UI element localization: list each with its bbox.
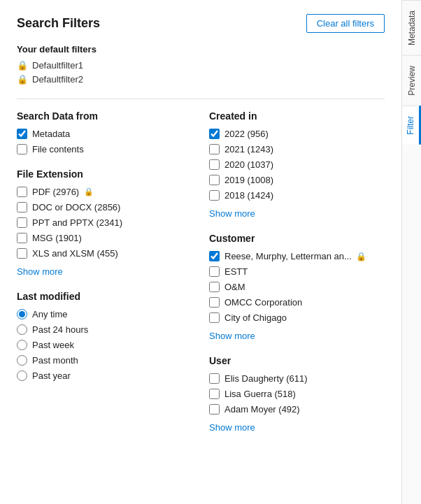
month-radio[interactable] xyxy=(17,355,27,366)
file-extension-section: File Extension PDF (2976) 🔒 DOC or DOCX … xyxy=(17,168,192,277)
omcc-checkbox[interactable] xyxy=(209,297,220,308)
elis-checkbox[interactable] xyxy=(209,373,220,384)
user-adam[interactable]: Adam Moyer (492) xyxy=(209,404,385,415)
created-2021[interactable]: 2021 (1243) xyxy=(209,144,385,154)
week-label: Past week xyxy=(32,340,74,350)
city-label: City of Chigago xyxy=(224,312,287,323)
filters-two-col: Search Data from Metadata File contents … xyxy=(17,110,385,447)
search-data-metadata[interactable]: Metadata xyxy=(17,129,192,139)
lisa-checkbox[interactable] xyxy=(209,389,220,399)
default-filter-name: Defaultfilter1 xyxy=(32,60,83,71)
file-extension-show-more[interactable]: Show more xyxy=(17,266,63,277)
created-in-show-more[interactable]: Show more xyxy=(209,208,255,219)
left-column: Search Data from Metadata File contents … xyxy=(17,110,201,447)
default-filters-label: Your default filters xyxy=(17,44,385,55)
doc-checkbox[interactable] xyxy=(17,202,27,213)
default-filter-item: 🔒 Defaultfilter1 xyxy=(17,60,385,71)
search-filters-header: Search Filters Clear all filters xyxy=(17,14,385,33)
user-title: User xyxy=(209,355,385,366)
adam-label: Adam Moyer (492) xyxy=(224,404,300,415)
customer-section: Customer Reese, Murphy, Letterman an... … xyxy=(209,233,385,341)
metadata-checkbox[interactable] xyxy=(17,129,27,139)
user-lisa[interactable]: Lisa Guerra (518) xyxy=(209,389,385,399)
metadata-label: Metadata xyxy=(32,129,70,139)
user-show-more[interactable]: Show more xyxy=(209,422,255,433)
section-divider xyxy=(17,99,385,99)
customer-show-more[interactable]: Show more xyxy=(209,331,255,341)
default-filter-item: 🔒 Defaultfilter2 xyxy=(17,74,385,85)
last-modified-year[interactable]: Past year xyxy=(17,370,192,381)
filter-tab-label: Filter xyxy=(406,116,415,135)
last-modified-24h[interactable]: Past 24 hours xyxy=(17,324,192,335)
created-in-section: Created in 2022 (956) 2021 (1243) 2020 (… xyxy=(209,110,385,219)
default-filter-name: Defaultfilter2 xyxy=(32,74,83,85)
user-elis[interactable]: Elis Daugherty (611) xyxy=(209,373,385,384)
pdf-checkbox[interactable] xyxy=(17,187,27,197)
metadata-tab-label: Metadata xyxy=(407,10,417,45)
file-ext-ppt[interactable]: PPT and PPTX (2341) xyxy=(17,217,192,228)
file-ext-doc[interactable]: DOC or DOCX (2856) xyxy=(17,202,192,213)
week-radio[interactable] xyxy=(17,340,27,350)
tab-filter[interactable]: Filter xyxy=(402,106,421,145)
customer-city[interactable]: City of Chigago xyxy=(209,312,385,323)
page-title: Search Filters xyxy=(17,16,100,31)
customer-omcc[interactable]: OMCC Corporation xyxy=(209,297,385,308)
month-label: Past month xyxy=(32,355,78,366)
ppt-checkbox[interactable] xyxy=(17,217,27,228)
customer-reese-row: Reese, Murphy, Letterman an... 🔒 xyxy=(224,251,366,261)
customer-om[interactable]: O&M xyxy=(209,282,385,292)
last-modified-month[interactable]: Past month xyxy=(17,355,192,366)
created-2022[interactable]: 2022 (956) xyxy=(209,129,385,139)
last-modified-anytime[interactable]: Any time xyxy=(17,309,192,319)
24h-label: Past 24 hours xyxy=(32,324,88,335)
om-checkbox[interactable] xyxy=(209,282,220,292)
lock-icon: 🔒 xyxy=(17,74,28,85)
elis-label: Elis Daugherty (611) xyxy=(224,373,308,384)
file-contents-checkbox[interactable] xyxy=(17,144,27,154)
2021-checkbox[interactable] xyxy=(209,144,220,154)
xls-checkbox[interactable] xyxy=(17,248,27,259)
file-extension-title: File Extension xyxy=(17,168,192,180)
xls-label: XLS and XLSM (455) xyxy=(32,248,118,259)
last-modified-week[interactable]: Past week xyxy=(17,340,192,350)
omcc-label: OMCC Corporation xyxy=(224,297,302,308)
created-in-title: Created in xyxy=(209,110,385,122)
2020-checkbox[interactable] xyxy=(209,159,220,170)
search-data-file-contents[interactable]: File contents xyxy=(17,144,192,154)
doc-label: DOC or DOCX (2856) xyxy=(32,202,120,213)
tab-preview[interactable]: Preview xyxy=(402,55,421,106)
estt-checkbox[interactable] xyxy=(209,266,220,277)
year-radio[interactable] xyxy=(17,370,27,381)
adam-checkbox[interactable] xyxy=(209,404,220,415)
file-ext-msg[interactable]: MSG (1901) xyxy=(17,233,192,243)
search-data-section: Search Data from Metadata File contents xyxy=(17,110,192,154)
pdf-label: PDF (2976) xyxy=(32,187,79,197)
city-checkbox[interactable] xyxy=(209,312,220,323)
lock-icon: 🔒 xyxy=(17,60,28,71)
2019-checkbox[interactable] xyxy=(209,175,220,185)
anytime-radio[interactable] xyxy=(17,309,27,319)
reese-checkbox[interactable] xyxy=(209,251,220,261)
24h-radio[interactable] xyxy=(17,324,27,335)
2018-checkbox[interactable] xyxy=(209,190,220,201)
side-tabs-panel: Metadata Preview Filter xyxy=(401,0,421,504)
clear-all-button[interactable]: Clear all filters xyxy=(306,14,385,33)
last-modified-section: Last modified Any time Past 24 hours Pas… xyxy=(17,291,192,381)
created-2020[interactable]: 2020 (1037) xyxy=(209,159,385,170)
file-ext-pdf[interactable]: PDF (2976) 🔒 xyxy=(17,187,192,197)
2022-checkbox[interactable] xyxy=(209,129,220,139)
customer-reese[interactable]: Reese, Murphy, Letterman an... 🔒 xyxy=(209,251,385,261)
preview-tab-label: Preview xyxy=(407,66,417,96)
tab-metadata[interactable]: Metadata xyxy=(402,0,421,55)
created-2018[interactable]: 2018 (1424) xyxy=(209,190,385,201)
om-label: O&M xyxy=(224,282,245,292)
year-label: Past year xyxy=(32,370,71,381)
msg-checkbox[interactable] xyxy=(17,233,27,243)
file-ext-xls[interactable]: XLS and XLSM (455) xyxy=(17,248,192,259)
default-filters-section: Your default filters 🔒 Defaultfilter1 🔒 … xyxy=(17,44,385,85)
last-modified-title: Last modified xyxy=(17,291,192,302)
created-2019[interactable]: 2019 (1008) xyxy=(209,175,385,185)
customer-lock-icon: 🔒 xyxy=(356,252,366,261)
customer-estt[interactable]: ESTT xyxy=(209,266,385,277)
pdf-lock-icon: 🔒 xyxy=(84,187,94,196)
